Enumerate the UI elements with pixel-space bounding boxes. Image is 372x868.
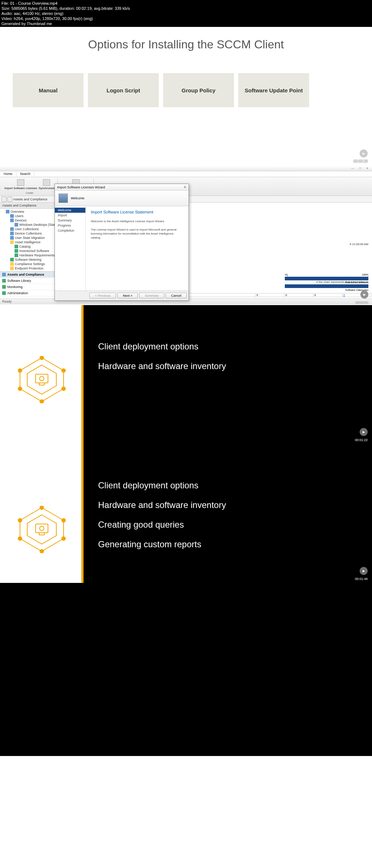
content-area: Import Software Licenses Wizard ✕ Welcom…	[65, 203, 372, 299]
hardware-icon	[15, 253, 18, 257]
desktop-icon	[15, 223, 18, 227]
bullet-item: Generating custom reports	[98, 539, 357, 549]
chart-pct-label: %)	[285, 273, 288, 276]
svg-point-5	[62, 387, 65, 391]
admin-icon	[2, 291, 6, 295]
chart-bar-1	[285, 277, 368, 280]
btn-import-licenses[interactable]: Import Software Licenses	[4, 179, 38, 191]
file-info-header: File: 01 - Course Overview.mp4 Size: 588…	[0, 0, 372, 27]
nav-completion[interactable]: Completion	[55, 228, 85, 233]
table-cell: 0	[284, 293, 313, 297]
hex-decoration	[15, 506, 69, 553]
software-icon	[15, 249, 18, 253]
next-button[interactable]: Next >	[117, 293, 138, 299]
back-button[interactable]	[1, 197, 7, 202]
chart-pct: 100%	[362, 273, 368, 276]
dialog-header: Welcome	[55, 191, 189, 206]
tab-search[interactable]: Search	[16, 171, 35, 177]
table-cell: 0	[255, 293, 284, 297]
file-info-line: File: 01 - Course Overview.mp4	[1, 1, 371, 6]
catalog-icon	[15, 245, 18, 248]
file-info-line: Audio: aac, 44100 Hz, stereo (eng)	[1, 11, 371, 16]
import-icon	[17, 179, 24, 186]
bullet-item: Hardware and software inventory	[98, 500, 357, 510]
folder-icon	[10, 240, 14, 244]
window-controls[interactable]: — ☐ ✕	[351, 167, 371, 170]
previous-button[interactable]: < Previous	[89, 293, 116, 299]
ribbon-tabs: Home Search	[0, 171, 372, 177]
main-area: Assets and Compliance Overview Users Dev…	[0, 203, 372, 299]
nav-welcome[interactable]: Welcome	[55, 208, 85, 213]
assets-icon	[2, 273, 6, 276]
play-icon[interactable]	[360, 428, 368, 436]
nav-import[interactable]: Import	[55, 213, 85, 218]
forward-button[interactable]	[7, 197, 12, 202]
tab-home[interactable]: Home	[0, 171, 16, 177]
folder-icon	[10, 262, 14, 266]
chart-label-1: Inventoried Software	[285, 281, 368, 284]
dialog-content: Import Software License Statement Welcom…	[86, 206, 189, 291]
overview-icon	[6, 210, 9, 213]
window-titlebar: — ☐ ✕	[0, 166, 372, 171]
sync-icon	[43, 179, 50, 186]
bullet-panel: Client deployment options Hardware and s…	[81, 305, 372, 444]
nav-progress[interactable]: Progress	[55, 223, 85, 228]
import-wizard-dialog: Import Software Licenses Wizard ✕ Welcom…	[54, 184, 189, 301]
dialog-title-text: Import Software Licenses Wizard	[57, 185, 105, 189]
slide-bullets-1: Client deployment options Hardware and s…	[0, 305, 372, 444]
folder-icon	[10, 267, 14, 270]
bullet-item: Creating good queries	[98, 520, 357, 530]
chart-bar-2	[285, 284, 368, 288]
slide-options: Options for Installing the SCCM Client M…	[0, 27, 372, 166]
svg-point-4	[18, 387, 22, 391]
timestamp: 00:00:54	[356, 301, 368, 304]
file-info-line: Video: h264, yuv420p, 1280x720, 30.00 fp…	[1, 16, 371, 21]
svg-point-2	[18, 369, 22, 372]
btn-synchronize[interactable]: Synchronize	[38, 179, 55, 191]
migration-icon	[10, 236, 14, 240]
svg-point-10	[40, 376, 44, 381]
svg-point-13	[18, 519, 22, 522]
option-manual: Manual	[13, 73, 84, 107]
dialog-titlebar: Import Software Licenses Wizard ✕	[55, 184, 189, 191]
play-icon[interactable]	[360, 149, 368, 157]
svg-point-18	[40, 549, 44, 553]
dialog-buttons: < Previous Next > Summary Cancel	[55, 291, 189, 300]
nav-summary[interactable]: Summary	[55, 218, 85, 223]
bullet-item: Hardware and software inventory	[98, 361, 357, 371]
ribbon-group-label: Create	[26, 192, 33, 194]
devices-icon	[10, 219, 14, 222]
chart-label-2: Software Categories	[285, 289, 368, 291]
svg-point-21	[40, 526, 44, 531]
table-cell: 0	[313, 293, 342, 297]
timestamp: 00:01:48	[355, 577, 368, 581]
dialog-header-text: Welcome	[71, 196, 84, 200]
svg-point-6	[40, 356, 44, 360]
svg-point-7	[40, 400, 44, 403]
play-icon[interactable]	[360, 567, 368, 575]
file-info-line: Generated by Thumbnail me	[1, 21, 371, 26]
option-logon-script: Logon Script	[88, 73, 159, 107]
bullet-item: Client deployment options	[98, 341, 357, 352]
ribbon-group-create: Import Software Licenses Synchronize Cre…	[1, 179, 58, 194]
svg-marker-11	[20, 508, 64, 551]
svg-rect-8	[36, 374, 48, 383]
content-welcome: Welcome to the Asset Intelligence Licens…	[91, 219, 183, 223]
summary-button[interactable]: Summary	[139, 293, 164, 299]
svg-point-14	[62, 519, 65, 522]
svg-rect-20	[39, 533, 44, 535]
users-icon	[10, 214, 14, 218]
option-group-policy: Group Policy	[163, 73, 234, 107]
svg-rect-9	[39, 383, 44, 385]
cancel-button[interactable]: Cancel	[166, 293, 187, 299]
close-icon[interactable]: ✕	[183, 185, 186, 189]
wizard-nav: Welcome Import Summary Progress Completi…	[55, 206, 86, 291]
slide-bullets-2: Client deployment options Hardware and s…	[0, 444, 372, 583]
pattern-panel	[0, 444, 81, 583]
svg-marker-1	[27, 365, 56, 394]
library-icon	[2, 279, 6, 283]
play-icon[interactable]	[360, 291, 368, 299]
collection-icon	[10, 227, 14, 231]
breadcrumb-text[interactable]: Assets and Compliance	[13, 197, 48, 201]
bullet-panel: Client deployment options Hardware and s…	[81, 444, 372, 583]
